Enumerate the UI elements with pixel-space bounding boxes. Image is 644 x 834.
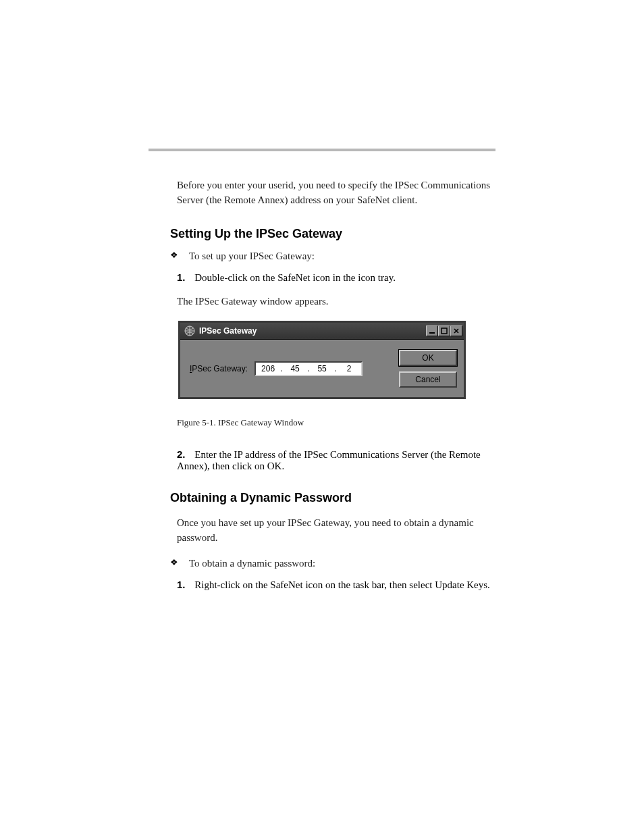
ip-octet-3[interactable]: 55 bbox=[313, 364, 331, 373]
step-2-text: Enter the IP address of the IPSec Commun… bbox=[177, 449, 481, 471]
ok-button[interactable]: OK bbox=[399, 350, 457, 366]
step-1-result: The IPSec Gateway window appears. bbox=[177, 294, 495, 309]
cancel-button[interactable]: Cancel bbox=[399, 371, 457, 388]
step-3: 1. Right-click on the SafeNet icon on th… bbox=[177, 579, 495, 591]
figure-caption: Figure 5-1. IPSec Gateway Window bbox=[177, 417, 495, 428]
dialog-buttons: OK Cancel bbox=[399, 350, 457, 388]
ip-dot: . bbox=[333, 364, 338, 373]
step-1-number: 1. bbox=[177, 271, 186, 283]
svg-rect-1 bbox=[429, 332, 435, 334]
heading-dynamic-password: Obtaining a Dynamic Password bbox=[170, 491, 495, 505]
ip-dot: . bbox=[279, 364, 284, 373]
dialog-title: IPSec Gateway bbox=[198, 326, 426, 336]
ip-octet-1[interactable]: 206 bbox=[259, 364, 277, 373]
ip-octet-2[interactable]: 45 bbox=[286, 364, 304, 373]
ip-address-input[interactable]: 206 . 45 . 55 . 2 bbox=[254, 361, 363, 376]
step-2-number: 2. bbox=[177, 448, 186, 460]
app-icon bbox=[184, 325, 195, 336]
step-2: 2. Enter the IP address of the IPSec Com… bbox=[177, 448, 495, 472]
label-rest: PSec Gateway: bbox=[192, 364, 248, 373]
svg-rect-2 bbox=[441, 328, 447, 334]
close-button[interactable] bbox=[450, 325, 462, 336]
dialog-body: IPSec Gateway: 206 . 45 . 55 . 2 OK Canc… bbox=[180, 340, 464, 397]
dialog-screenshot: IPSec Gateway IPSec Gateway: bbox=[149, 323, 495, 397]
ipsec-gateway-label: IPSec Gateway: bbox=[190, 364, 248, 373]
step-3-number: 1. bbox=[177, 579, 186, 590]
bullet-list-2: To obtain a dynamic password: bbox=[170, 556, 495, 571]
section-intro-2: Once you have set up your IPSec Gateway,… bbox=[177, 516, 495, 546]
bullet-dynamic-password: To obtain a dynamic password: bbox=[170, 556, 495, 571]
maximize-button[interactable] bbox=[438, 325, 450, 336]
step-1-text: Double-click on the SafeNet icon in the … bbox=[194, 272, 396, 283]
ipsec-gateway-dialog: IPSec Gateway IPSec Gateway: bbox=[180, 323, 464, 397]
heading-setup-ipsec: Setting Up the IPSec Gateway bbox=[170, 227, 495, 241]
minimize-button[interactable] bbox=[426, 325, 438, 336]
window-controls bbox=[426, 325, 462, 336]
step-3-text: Right-click on the SafeNet icon on the t… bbox=[194, 579, 490, 590]
dialog-titlebar: IPSec Gateway bbox=[180, 323, 464, 340]
divider bbox=[149, 149, 495, 151]
section-intro-1: Before you enter your userid, you need t… bbox=[177, 178, 495, 208]
step-1: 1. Double-click on the SafeNet icon in t… bbox=[177, 271, 495, 284]
bullet-setup-ipsec: To set up your IPSec Gateway: bbox=[170, 249, 495, 264]
ip-octet-4[interactable]: 2 bbox=[340, 364, 358, 373]
ip-dot: . bbox=[306, 364, 311, 373]
bullet-list-1: To set up your IPSec Gateway: bbox=[170, 249, 495, 264]
